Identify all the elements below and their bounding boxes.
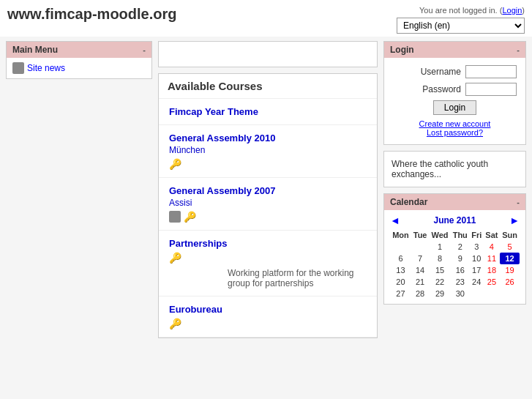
calendar-box: Calendar - ◄ June 2011 ► MonTueWedThuFri… xyxy=(383,193,526,305)
calendar-day: 15 xyxy=(429,264,450,276)
calendar-day: 17 xyxy=(470,264,484,276)
calendar-day: 29 xyxy=(429,288,450,299)
calendar-day: 18 xyxy=(484,264,500,276)
calendar-day xyxy=(500,288,520,299)
create-account-link[interactable]: Create new account xyxy=(393,119,517,128)
calendar-day: 6 xyxy=(390,253,411,264)
course-link-fimcap[interactable]: Fimcap Year Theme xyxy=(169,106,258,117)
cal-day-header: Tue xyxy=(411,229,429,241)
person-icon xyxy=(169,211,181,223)
promo-text: Where the catholic youth exchanges... xyxy=(391,159,488,179)
login-body: Username Password Login Create new accou… xyxy=(384,58,525,144)
login-box: Login - Username Password Login Create n… xyxy=(383,41,526,145)
promo-box: Where the catholic youth exchanges... xyxy=(383,151,526,187)
password-row: Password xyxy=(393,83,517,96)
calendar-prev[interactable]: ◄ xyxy=(390,215,400,226)
course-item: Fimcap Year Theme xyxy=(159,99,377,125)
cal-day-header: Sat xyxy=(484,229,500,241)
course-link-partnerships[interactable]: Partnerships xyxy=(169,238,227,249)
calendar-week-row: 13141516171819 xyxy=(390,264,520,276)
site-title: www.fimcap-moodle.org xyxy=(7,6,177,23)
username-label: Username xyxy=(421,67,461,77)
courses-box: Available Courses Fimcap Year Theme Gene… xyxy=(158,73,378,338)
calendar-day xyxy=(411,241,429,253)
calendar-day: 8 xyxy=(429,253,450,264)
calendar-day: 2 xyxy=(451,241,470,253)
calendar-month: June 2011 xyxy=(400,215,509,225)
key-icon: 🔑 xyxy=(169,318,181,329)
username-input[interactable] xyxy=(465,65,517,78)
calendar-day xyxy=(484,288,500,299)
calendar-day: 30 xyxy=(451,288,470,299)
calendar-next[interactable]: ► xyxy=(509,215,520,226)
calendar-day xyxy=(470,288,484,299)
calendar-nav: ◄ June 2011 ► xyxy=(390,215,520,226)
site-news-link[interactable]: Site news xyxy=(12,62,146,74)
calendar-collapse[interactable]: - xyxy=(517,198,520,206)
course-item: Eurobureau 🔑 xyxy=(159,297,377,338)
calendar-week-row: 20212223242526 xyxy=(390,276,520,288)
course-link-eurobureau[interactable]: Eurobureau xyxy=(169,304,222,315)
main-menu-body: Site news xyxy=(7,58,151,78)
lost-password-link[interactable]: Lost password? xyxy=(393,128,517,137)
calendar-day: 23 xyxy=(451,276,470,288)
calendar-day: 10 xyxy=(470,253,484,264)
calendar-header-row: MonTueWedThuFriSatSun xyxy=(390,229,520,241)
calendar-day: 4 xyxy=(484,241,500,253)
language-select[interactable]: English (en) xyxy=(397,18,525,34)
password-input[interactable] xyxy=(465,83,517,96)
course-icons-partnerships: 🔑 xyxy=(169,252,367,264)
login-links: Create new account Lost password? xyxy=(393,119,517,137)
calendar-day: 1 xyxy=(429,241,450,253)
course-icons-ga2010: 🔑 xyxy=(169,158,367,170)
username-row: Username xyxy=(393,65,517,78)
main-menu-label: Main Menu xyxy=(12,45,58,55)
cal-day-header: Wed xyxy=(429,229,450,241)
course-desc-partnerships: Working platform for the working group f… xyxy=(228,268,367,288)
calendar-day: 25 xyxy=(484,276,500,288)
course-link-ga2007[interactable]: General Assembly 2007 xyxy=(169,185,276,196)
search-box xyxy=(158,41,378,67)
calendar-body-rows: 1234567891011121314151617181920212223242… xyxy=(390,241,520,299)
login-btn-row: Login xyxy=(393,100,517,115)
course-subtitle-ga2007: Assisi xyxy=(169,198,367,208)
calendar-week-row: 6789101112 xyxy=(390,253,520,264)
password-label: Password xyxy=(422,84,461,94)
right-sidebar: Login - Username Password Login Create n… xyxy=(383,41,526,338)
cal-day-header: Thu xyxy=(451,229,470,241)
calendar-day: 16 xyxy=(451,264,470,276)
site-news-icon xyxy=(12,62,24,74)
course-subtitle-ga2010: München xyxy=(169,145,367,155)
calendar-day: 11 xyxy=(484,253,500,264)
calendar-day: 20 xyxy=(390,276,411,288)
login-button[interactable]: Login xyxy=(433,100,476,115)
calendar-week-row: 27282930 xyxy=(390,288,520,299)
center-content: Available Courses Fimcap Year Theme Gene… xyxy=(158,41,378,338)
calendar-week-row: 12345 xyxy=(390,241,520,253)
calendar-day: 24 xyxy=(470,276,484,288)
calendar-day: 28 xyxy=(411,288,429,299)
site-news-label: Site news xyxy=(27,63,65,73)
login-collapse[interactable]: - xyxy=(517,45,520,54)
login-link[interactable]: Login xyxy=(502,6,522,15)
course-item: General Assembly 2010 München 🔑 xyxy=(159,125,377,178)
cal-day-header: Mon xyxy=(390,229,411,241)
course-icons-eurobureau: 🔑 xyxy=(169,318,367,329)
key-icon: 🔑 xyxy=(169,252,181,264)
main-menu-collapse[interactable]: - xyxy=(143,45,146,54)
course-item: General Assembly 2007 Assisi 🔑 xyxy=(159,178,377,231)
calendar-day: 21 xyxy=(411,276,429,288)
calendar-day: 12 xyxy=(500,253,520,264)
calendar-day: 19 xyxy=(500,264,520,276)
available-courses-title: Available Courses xyxy=(159,74,377,99)
calendar-day: 7 xyxy=(411,253,429,264)
calendar-header: Calendar - xyxy=(384,194,525,210)
key-icon: 🔑 xyxy=(184,211,196,223)
course-link-ga2010[interactable]: General Assembly 2010 xyxy=(169,133,276,143)
calendar-label: Calendar xyxy=(390,197,427,207)
left-sidebar: Main Menu - Site news xyxy=(6,41,152,338)
calendar-day: 22 xyxy=(429,276,450,288)
calendar-day: 9 xyxy=(451,253,470,264)
calendar-day: 26 xyxy=(500,276,520,288)
calendar-day: 5 xyxy=(500,241,520,253)
